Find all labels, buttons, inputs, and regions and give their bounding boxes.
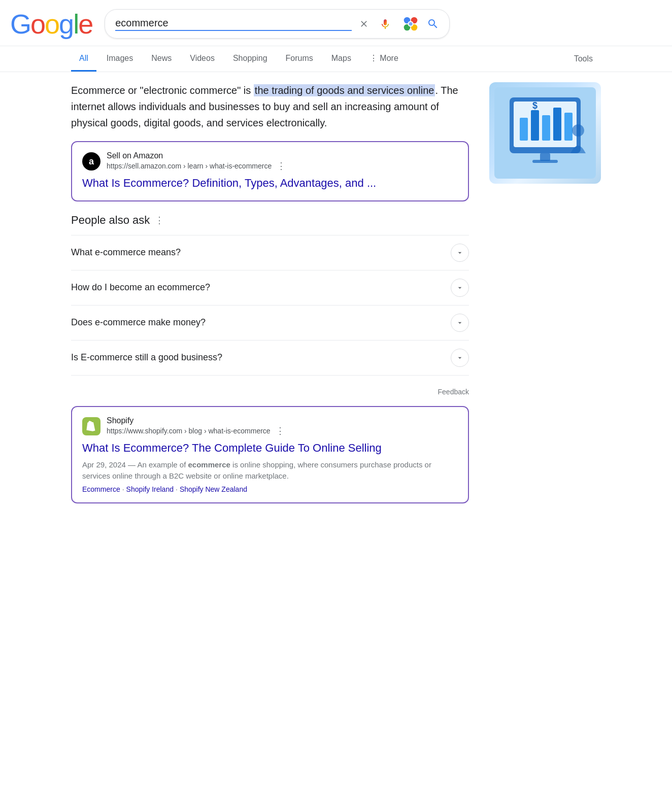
shopify-breadcrumb-2[interactable]: Shopify Ireland xyxy=(126,485,174,493)
logo-g: G xyxy=(10,8,30,40)
tab-more[interactable]: ⋮ More xyxy=(361,46,407,72)
shopify-source-icon xyxy=(82,417,100,435)
paa-question-1: What e-commerce means? xyxy=(71,247,181,258)
paa-chevron-1 xyxy=(451,244,469,262)
amazon-more-button[interactable]: ⋮ xyxy=(277,160,286,172)
tab-maps[interactable]: Maps xyxy=(323,47,359,72)
shopify-source: Shopify https://www.shopify.com › blog ›… xyxy=(82,416,458,436)
svg-point-17 xyxy=(572,124,584,137)
paa-item-4[interactable]: Is E-commerce still a good business? xyxy=(71,340,469,376)
shopify-breadcrumb-3[interactable]: Shopify New Zealand xyxy=(180,485,247,493)
logo-g2: g xyxy=(59,8,73,40)
feedback-label[interactable]: Feedback xyxy=(71,388,469,396)
shopify-snippet-keyword: ecommerce xyxy=(188,460,230,469)
amazon-icon-letter: a xyxy=(89,156,94,167)
paa-question-2: How do I become an ecommerce? xyxy=(71,282,210,293)
amazon-result-card: a Sell on Amazon https://sell.amazon.com… xyxy=(71,141,469,201)
breadcrumb-sep-2: · xyxy=(176,485,178,493)
tab-forums[interactable]: Forums xyxy=(278,47,321,72)
amazon-source: a Sell on Amazon https://sell.amazon.com… xyxy=(82,151,458,172)
shopify-breadcrumb-1[interactable]: Ecommerce xyxy=(82,485,120,493)
svg-rect-13 xyxy=(564,113,573,141)
shopify-source-info: Shopify https://www.shopify.com › blog ›… xyxy=(107,416,285,436)
shopify-source-name: Shopify xyxy=(107,416,285,425)
shopify-result-link[interactable]: What Is Ecommerce? The Complete Guide To… xyxy=(82,441,458,456)
shopify-result-card: Shopify https://www.shopify.com › blog ›… xyxy=(71,406,469,503)
amazon-source-name: Sell on Amazon xyxy=(107,151,286,160)
paa-item-2[interactable]: How do I become an ecommerce? xyxy=(71,270,469,305)
logo-l: l xyxy=(73,8,78,40)
clear-button[interactable] xyxy=(359,19,369,29)
paa-more-button[interactable]: ⋮ xyxy=(155,215,164,226)
tab-shopping[interactable]: Shopping xyxy=(225,47,276,72)
paa-chevron-3 xyxy=(451,314,469,332)
ecommerce-thumbnail: $ xyxy=(489,82,601,184)
shopify-date-text: Apr 29, 2024 xyxy=(82,460,126,469)
lens-button[interactable] xyxy=(401,15,420,33)
logo-e: e xyxy=(78,8,92,40)
shopify-more-button[interactable]: ⋮ xyxy=(276,425,285,436)
svg-rect-12 xyxy=(553,108,561,141)
svg-rect-15 xyxy=(540,153,550,161)
tools-button[interactable]: Tools xyxy=(566,47,601,71)
results-column: Ecommerce or "electronic commerce" is th… xyxy=(71,82,469,514)
tab-videos[interactable]: Videos xyxy=(182,47,223,72)
paa-chevron-2 xyxy=(451,279,469,297)
shopify-url-text: https://www.shopify.com › blog › what-is… xyxy=(107,427,271,435)
main-content: Ecommerce or "electronic commerce" is th… xyxy=(0,72,672,524)
shopify-breadcrumbs: Ecommerce · Shopify Ireland · Shopify Ne… xyxy=(82,485,458,493)
paa-item-3[interactable]: Does e-commerce make money? xyxy=(71,305,469,340)
svg-point-5 xyxy=(409,22,413,26)
logo-o1: o xyxy=(30,8,45,40)
header: Google xyxy=(0,0,672,46)
breadcrumb-sep-1: · xyxy=(122,485,124,493)
paa-question-3: Does e-commerce make money? xyxy=(71,317,206,328)
description-text-highlighted: the trading of goods and services online xyxy=(254,84,435,96)
paa-section: People also ask ⋮ What e-commerce means?… xyxy=(71,214,469,376)
shopify-result-date: Apr 29, 2024 — An example of ecommerce i… xyxy=(82,459,458,482)
search-submit-button[interactable] xyxy=(427,18,439,30)
paa-header: People also ask ⋮ xyxy=(71,214,469,227)
svg-rect-9 xyxy=(520,118,528,141)
paa-title: People also ask xyxy=(71,214,150,227)
tab-all[interactable]: All xyxy=(71,47,96,72)
paa-question-4: Is E-commerce still a good business? xyxy=(71,352,222,363)
search-bar xyxy=(105,9,450,39)
svg-rect-10 xyxy=(531,110,539,141)
paa-item-1[interactable]: What e-commerce means? xyxy=(71,235,469,270)
amazon-result-link[interactable]: What Is Ecommerce? Definition, Types, Ad… xyxy=(82,176,458,191)
mic-button[interactable] xyxy=(376,15,394,33)
nav-tabs: All Images News Videos Shopping Forums M… xyxy=(0,46,672,72)
search-input[interactable] xyxy=(115,17,352,31)
shopify-source-url: https://www.shopify.com › blog › what-is… xyxy=(107,425,285,436)
shopify-snippet-before: An example of xyxy=(137,460,188,469)
description-paragraph: Ecommerce or "electronic commerce" is th… xyxy=(71,82,469,131)
amazon-source-info: Sell on Amazon https://sell.amazon.com ›… xyxy=(107,151,286,172)
paa-chevron-4 xyxy=(451,349,469,367)
logo-o2: o xyxy=(45,8,59,40)
svg-text:$: $ xyxy=(532,100,537,111)
amazon-url-text: https://sell.amazon.com › learn › what-i… xyxy=(107,162,272,170)
description-text-before: Ecommerce or "electronic commerce" is xyxy=(71,85,254,96)
amazon-source-url: https://sell.amazon.com › learn › what-i… xyxy=(107,160,286,172)
right-panel: $ xyxy=(489,82,601,514)
amazon-source-icon: a xyxy=(82,152,100,171)
tab-images[interactable]: Images xyxy=(98,47,141,72)
tab-news[interactable]: News xyxy=(143,47,180,72)
svg-rect-11 xyxy=(542,115,550,141)
shopify-snippet-separator: — xyxy=(128,460,137,469)
svg-rect-16 xyxy=(532,160,558,163)
google-logo: Google xyxy=(10,8,92,40)
